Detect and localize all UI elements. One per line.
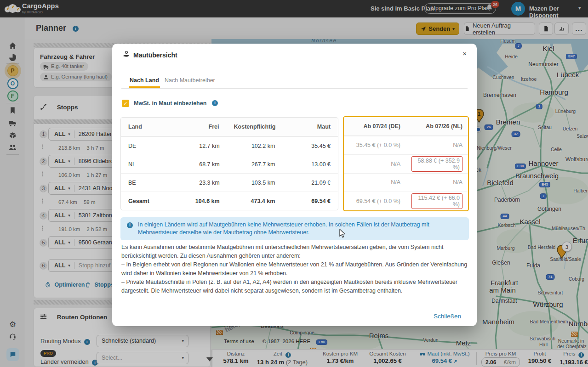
toll-row-nl: NL68.7 km267.7 km13.00 € xyxy=(121,155,338,173)
toll-charged-km: 267.7 km xyxy=(227,161,283,168)
toll-free-km: 104.6 km xyxy=(171,198,227,204)
forecast-nl: N/A xyxy=(406,179,468,186)
modal-title: Mautübersicht xyxy=(133,51,177,59)
forecast-nl: 115.42 € (+ 66.0 %) xyxy=(406,193,468,209)
forecast-row-nl: N/A58.88 € (+ 352.9 %) xyxy=(344,154,468,173)
forecast-row-be: N/AN/A xyxy=(344,173,468,192)
vat-checkbox[interactable]: ✓ xyxy=(122,100,129,107)
forecast-row-gesamt: 69.54 € (+ 0.0 %)115.42 € (+ 66.0 %) xyxy=(344,192,468,210)
toll-amount: 69.54 € xyxy=(282,198,338,204)
forecast-nl: 58.88 € (+ 352.9 %) xyxy=(406,156,468,172)
modal-paragraph: Es kann Ausnahmen oder bestimmte Mautgeb… xyxy=(121,243,469,260)
forecast-de: N/A xyxy=(344,161,406,167)
app-screen: CargoApps by IMPARGO Sie sind im Basic P… xyxy=(0,0,588,367)
close-modal-button[interactable]: Schließen xyxy=(434,313,461,320)
toll-overview-modal: Mautübersicht × Nach Land Nach Mautbetre… xyxy=(112,44,477,326)
modal-paragraph: – In Belgien erhebt von drei Regionen nu… xyxy=(121,260,469,278)
forecast-de: N/A xyxy=(344,179,406,186)
toll-row-gesamt: Gesamt104.6 km473.4 km69.54 € xyxy=(121,192,338,210)
highlighted-increase: 58.88 € (+ 352.9 %) xyxy=(411,156,462,172)
tab-nach-mautbetreiber[interactable]: Nach Mautbetreiber xyxy=(164,74,216,86)
toll-charged-km: 102.2 km xyxy=(227,143,283,149)
forecast-de: 35.45 € (+ 0.0 %) xyxy=(344,142,406,148)
toll-free-km: 23.3 km xyxy=(171,180,227,186)
toll-free-km: 12.7 km xyxy=(171,143,227,149)
toll-free-km: 68.7 km xyxy=(171,161,227,168)
toll-amount: 35.45 € xyxy=(282,143,338,149)
forecast-de: 69.54 € (+ 0.0 %) xyxy=(344,198,406,204)
toll-amount: 13.00 € xyxy=(282,161,338,168)
close-icon[interactable]: × xyxy=(462,50,467,57)
toll-row-de: DE12.7 km102.2 km35.45 € xyxy=(121,136,338,155)
toll-charged-km: 103.5 km xyxy=(227,180,283,186)
modal-paragraph: – Private Mautabschnitte in Polen (z. B.… xyxy=(121,278,469,295)
toll-table-main: LandFreiKostenpflichtigMautDE12.7 km102.… xyxy=(120,117,338,210)
highlighted-increase: 115.42 € (+ 66.0 %) xyxy=(411,193,462,209)
mouse-cursor xyxy=(339,229,347,240)
toll-country: NL xyxy=(121,161,171,168)
toll-country: BE xyxy=(121,180,171,186)
vat-checkbox-label: MwSt. in Maut einbeziehen xyxy=(134,100,206,107)
toll-charged-km: 473.4 km xyxy=(227,198,283,204)
toll-table-header: LandFreiKostenpflichtigMaut xyxy=(121,118,338,136)
forecast-nl: N/A xyxy=(406,142,468,148)
note-info-icon: i xyxy=(127,222,133,228)
toll-amount: 21.09 € xyxy=(282,180,338,186)
forecast-header: Ab 07/24 (DE)Ab 07/26 (NL) xyxy=(344,117,468,136)
toll-icon xyxy=(122,51,130,60)
vat-note-box: i In einigen Ländern wird auf Mautgebühr… xyxy=(120,217,469,240)
toll-country: Gesamt xyxy=(121,198,171,204)
toll-row-be: BE23.3 km103.5 km21.09 € xyxy=(121,173,338,192)
toll-country: DE xyxy=(121,143,171,149)
toll-table-forecast: Ab 07/24 (DE)Ab 07/26 (NL)35.45 € (+ 0.0… xyxy=(343,116,469,211)
modal-tabs: Nach Land Nach Mautbetreiber xyxy=(121,71,468,89)
tab-nach-land[interactable]: Nach Land xyxy=(129,74,160,88)
vat-info-icon[interactable]: i xyxy=(212,100,218,106)
modal-body-text: Es kann Ausnahmen oder bestimmte Mautgeb… xyxy=(121,243,469,295)
forecast-row-de: 35.45 € (+ 0.0 %)N/A xyxy=(344,136,468,155)
